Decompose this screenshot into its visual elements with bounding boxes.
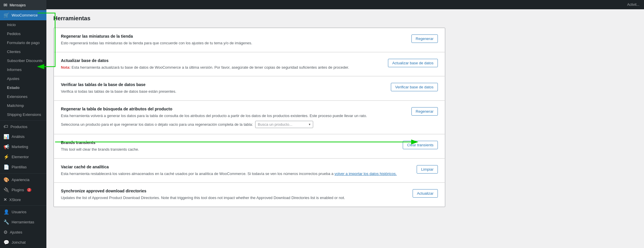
sidebar-label-analisis: Análisis	[12, 134, 25, 139]
sidebar-item-informes[interactable]: Informes	[0, 65, 46, 74]
tool-title-atributos: Regenerar la tabla de búsqueda de atribu…	[61, 107, 404, 111]
sidebar-item-plantillas[interactable]: 📄 Plantillas	[0, 162, 46, 172]
sidebar-label-informes: Informes	[7, 68, 22, 72]
sidebar-item-productos[interactable]: 🏷 Productos	[0, 122, 46, 132]
sidebar-label-subscriber: Subscriber Discounts	[7, 59, 43, 63]
sidebar-item-ajustes[interactable]: Ajustes	[0, 74, 46, 83]
xstore-icon: ✕	[3, 197, 7, 202]
tool-desc-cache: Esta herramienta restablecerá los valore…	[61, 171, 410, 177]
sidebar-item-herramientas[interactable]: 🔧 Herramientas	[0, 217, 46, 227]
search-label: Selecciona un producto para el que regen…	[61, 122, 253, 127]
mail-icon: ✉	[3, 2, 7, 8]
sidebar-label-usuarios: Usuarios	[12, 210, 26, 214]
tool-desc-actualizar-text: Esta herramienta actualizará tu base de …	[72, 65, 349, 70]
tool-desc-atributos-1: Esta herramienta volverá a generar los d…	[61, 113, 404, 119]
btn-actualizar-bd[interactable]: Actualizar base de datos	[388, 59, 438, 67]
tool-action-actualizar: Actualizar base de datos	[388, 58, 438, 67]
sidebar-label-plantillas: Plantillas	[12, 165, 27, 169]
sidebar-item-joinchat[interactable]: 💬 Joinchat	[0, 237, 46, 247]
tag-icon: 🏷	[3, 124, 8, 129]
page-title: Herramientas	[53, 15, 445, 22]
sidebar-item-apariencia[interactable]: 🎨 Apariencia	[0, 175, 46, 185]
tool-desc-regenerar: Esto regenerará todas las miniaturas de …	[61, 40, 404, 46]
sidebar-label-formulario: Formulario de pago	[7, 41, 40, 45]
sidebar-item-formulario[interactable]: Formulario de pago	[0, 38, 46, 47]
user-icon: 👤	[3, 209, 9, 215]
content-area: Herramientas Regenerar las miniaturas de…	[46, 9, 452, 213]
tool-regenerar-miniaturas: Regenerar las miniaturas de la tienda Es…	[54, 28, 445, 52]
chart-icon: 📊	[3, 134, 9, 139]
btn-regenerar-miniaturas[interactable]: Regenerar	[411, 34, 438, 43]
tools-list: Regenerar las miniaturas de la tienda Es…	[53, 28, 445, 207]
tool-desc-cache-text: Esta herramienta restablecerá los valore…	[61, 172, 333, 176]
tool-desc-sync: Updates the list of Approved Product Dow…	[61, 195, 406, 201]
tool-desc-verificar: Verifica si todas las tablas de la base …	[61, 89, 384, 94]
tool-desc-cache-link[interactable]: volver a importar los datos históricos.	[335, 172, 397, 176]
sidebar-label-shipping: Shipping Extensions	[7, 112, 41, 117]
sidebar-label-mailchimp: Mailchimp	[7, 103, 24, 108]
sidebar-item-analisis[interactable]: 📊 Análisis	[0, 132, 46, 142]
tool-desc-brands: This tool will clear the brands transien…	[61, 147, 396, 152]
sidebar-label-plugins: Plugins	[12, 188, 24, 192]
sidebar-label-apariencia: Apariencia	[12, 178, 29, 182]
tool-title-brands: Brands transients	[61, 140, 396, 145]
sidebar-label-clientes: Clientes	[7, 50, 21, 54]
sidebar-label-mensajes: Mensajes	[10, 3, 26, 7]
chat-icon: 💬	[3, 240, 9, 245]
note-label: Nota:	[61, 65, 70, 70]
sidebar-label-elementor: Elementor	[12, 155, 29, 159]
sidebar-label-woo: WooCommerce	[12, 13, 38, 17]
divider-2	[0, 173, 46, 174]
btn-verificar-bd[interactable]: Verificar base de datos	[391, 83, 438, 91]
tool-info-verificar: Verificar las tablas de la base de datos…	[61, 82, 384, 94]
tool-actualizar-bd: Actualizar base de datos Nota: Esta herr…	[54, 52, 445, 76]
product-select[interactable]: Busca un producto... ▾	[255, 121, 313, 128]
sidebar-label-joinchat: Joinchat	[12, 240, 26, 245]
tool-verificar-tablas: Verificar las tablas de la base de datos…	[54, 76, 445, 101]
tool-title-verificar: Verificar las tablas de la base de datos…	[61, 82, 384, 87]
tool-action-brands: Clear transients	[403, 140, 438, 149]
plugin-icon: 🔌	[3, 187, 9, 193]
sidebar-item-subscriber[interactable]: Subscriber Discounts	[0, 56, 46, 65]
tool-action-sync: Actualizar	[413, 189, 438, 198]
tool-title-sync: Synchronize approved download directorie…	[61, 189, 406, 193]
sidebar-label-inicio: Inicio	[7, 23, 16, 27]
sidebar-item-mensajes[interactable]: ✉ Mensajes	[0, 0, 46, 10]
sidebar-item-clientes[interactable]: Clientes	[0, 47, 46, 56]
sidebar-label-extensiones: Extensiones	[7, 94, 28, 99]
sidebar-item-xstore[interactable]: ✕ XStore	[0, 195, 46, 204]
tool-synchronize: Synchronize approved download directorie…	[54, 183, 445, 207]
divider-3	[0, 205, 46, 206]
chevron-down-icon: ▾	[309, 123, 311, 126]
sidebar-label-productos: Productos	[10, 125, 28, 129]
sidebar-item-shipping[interactable]: Shipping Extensions	[0, 110, 46, 119]
sidebar-item-ajustes2[interactable]: ⚙ Ajustes	[0, 227, 46, 237]
divider-1	[0, 120, 46, 121]
tool-brands-transients: Brands transients This tool will clear t…	[54, 134, 445, 158]
sidebar-item-extensiones[interactable]: Extensiones	[0, 92, 46, 101]
tool-action-atributos: Regenerar	[411, 107, 438, 116]
btn-clear-transients[interactable]: Clear transients	[403, 141, 438, 149]
sidebar-item-pedidos[interactable]: Pedidos	[0, 29, 46, 38]
tool-action-verificar: Verificar base de datos	[391, 82, 438, 91]
sidebar-label-herramientas: Herramientas	[12, 220, 34, 224]
sidebar-item-elementor[interactable]: ⚡ Elementor	[0, 152, 46, 162]
tool-vaciar-cache: Vaciar caché de analítica Esta herramien…	[54, 158, 445, 183]
woo-submenu: Inicio Pedidos Formulario de pago Client…	[0, 20, 46, 119]
sidebar-item-inicio[interactable]: Inicio	[0, 20, 46, 29]
gear-icon: ⚙	[3, 229, 8, 235]
megaphone-icon: 📢	[3, 144, 9, 149]
tool-action-cache: Limpiar	[417, 165, 438, 174]
sidebar-label-marketing: Marketing	[12, 145, 28, 149]
sidebar-item-marketing[interactable]: 📢 Marketing	[0, 142, 46, 152]
sidebar-item-woocommerce[interactable]: 🛒 WooCommerce	[0, 10, 46, 20]
sidebar-item-estado[interactable]: Estado	[0, 83, 46, 92]
sidebar-item-mailchimp[interactable]: Mailchimp	[0, 101, 46, 110]
btn-actualizar-sync[interactable]: Actualizar	[413, 189, 438, 198]
tool-search-row: Selecciona un producto para el que regen…	[61, 121, 404, 128]
topbar-activity[interactable]: Activit...	[627, 3, 639, 7]
btn-limpiar-cache[interactable]: Limpiar	[417, 165, 438, 174]
sidebar-item-usuarios[interactable]: 👤 Usuarios	[0, 207, 46, 217]
btn-regenerar-atributos[interactable]: Regenerar	[411, 107, 438, 116]
sidebar-item-plugins[interactable]: 🔌 Plugins 2	[0, 185, 46, 195]
